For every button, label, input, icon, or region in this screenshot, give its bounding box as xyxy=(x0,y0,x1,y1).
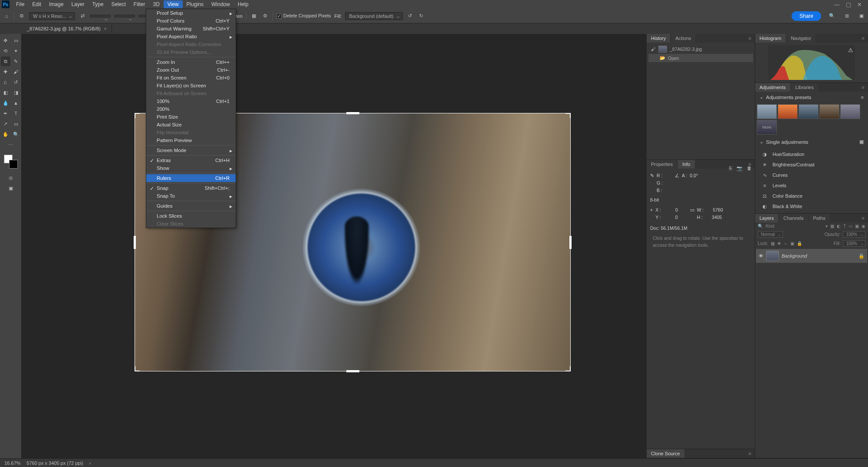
layer-thumb[interactable] xyxy=(766,251,779,261)
menu-item-fit-on-screen[interactable]: Fit on ScreenCtrl+0 xyxy=(146,74,236,82)
tab-libraries[interactable]: Libraries xyxy=(791,83,818,92)
menu-image[interactable]: Image xyxy=(45,0,67,8)
history-step[interactable]: 📂 Open xyxy=(648,54,753,62)
share-button[interactable]: Share xyxy=(792,11,821,21)
panel-menu-icon[interactable]: ≡ xyxy=(745,449,755,458)
tab-adjustments[interactable]: Adjustments xyxy=(755,83,790,92)
list-icon[interactable]: ≡ xyxy=(861,95,864,100)
preset-more[interactable]: More xyxy=(757,120,777,135)
crop-handle-bottom[interactable] xyxy=(346,370,359,372)
panel-menu-icon[interactable]: ≡ xyxy=(858,214,868,222)
menu-item-200-[interactable]: 200% xyxy=(146,105,236,113)
filter-adjust-icon[interactable]: ◐ xyxy=(837,224,841,229)
menu-select[interactable]: Select xyxy=(107,0,129,8)
type-tool[interactable]: T xyxy=(11,109,21,118)
path-tool[interactable]: ↗ xyxy=(1,119,10,129)
menu-item-fit-layer-s-on-screen[interactable]: Fit Layer(s) on Screen xyxy=(146,82,236,89)
menu-item-pixel-aspect-ratio[interactable]: Pixel Aspect Ratio xyxy=(146,33,236,40)
lock-icon[interactable]: 🔒 xyxy=(858,253,865,259)
healing-tool[interactable]: ✚ xyxy=(1,67,10,76)
adjustment-levels[interactable]: ≡Levels xyxy=(755,180,868,191)
preset-thumb[interactable] xyxy=(819,104,839,119)
kind-icon[interactable]: 🔍 xyxy=(758,224,763,229)
delete-cropped-checkbox[interactable]: ✓Delete Cropped Pixels xyxy=(276,13,331,19)
lock-pixels-icon[interactable]: ▦ xyxy=(771,241,775,246)
panel-menu-icon[interactable]: ≡ xyxy=(745,34,755,43)
menu-item-rulers[interactable]: RulersCtrl+R xyxy=(146,174,236,182)
layer-name[interactable]: Background xyxy=(782,253,807,258)
tab-paths[interactable]: Paths xyxy=(809,214,830,222)
panel-menu-icon[interactable]: ≡ xyxy=(858,34,868,43)
status-popup-icon[interactable]: › xyxy=(89,460,91,466)
tab-navigator[interactable]: Navigator xyxy=(786,34,815,43)
workspace-icon[interactable]: ⊞ xyxy=(843,12,851,20)
crop-ratio-select[interactable]: W x H x Reso... xyxy=(29,12,75,20)
marquee-tool[interactable]: ▭ xyxy=(11,36,21,45)
menu-item-actual-size[interactable]: Actual Size xyxy=(146,121,236,129)
preset-thumb[interactable] xyxy=(778,104,798,119)
redo-icon[interactable]: ↻ xyxy=(418,12,425,20)
menu-type[interactable]: Type xyxy=(88,0,107,8)
brush-tool[interactable]: 🖌 xyxy=(11,67,21,76)
eraser-tool[interactable]: ◧ xyxy=(1,88,10,97)
tab-channels[interactable]: Channels xyxy=(779,214,808,222)
menu-item-100-[interactable]: 100%Ctrl+1 xyxy=(146,97,236,105)
crop-tool-icon[interactable]: ⧉ xyxy=(18,12,26,20)
menu-item-zoom-out[interactable]: Zoom OutCtrl+- xyxy=(146,66,236,74)
adjustments-presets-header[interactable]: ⌄ Adjustments presets ≡ xyxy=(755,92,868,103)
eyedropper-tool[interactable]: ✎ xyxy=(11,56,21,66)
menu-window[interactable]: Window xyxy=(207,0,234,8)
menu-item-zoom-in[interactable]: Zoom InCtrl++ xyxy=(146,58,236,66)
layer-row[interactable]: 👁 Background 🔒 xyxy=(756,249,867,263)
crop-handle-br[interactable] xyxy=(566,366,571,371)
crop-settings-icon[interactable]: ⚙ xyxy=(261,12,269,20)
crop-handle-bl[interactable] xyxy=(135,366,140,371)
hand-tool[interactable]: ✋ xyxy=(1,129,10,139)
home-icon[interactable]: ⌂ xyxy=(3,12,10,20)
warning-icon[interactable]: ⚠ xyxy=(848,47,853,53)
crop-width-input[interactable] xyxy=(90,15,111,17)
lock-position-icon[interactable]: ✚ xyxy=(777,241,781,246)
history-source[interactable]: 🖌 _87A6282-3.jpg xyxy=(648,44,753,54)
crop-height-input[interactable] xyxy=(114,15,135,17)
tab-history[interactable]: History xyxy=(647,34,670,43)
grid-icon[interactable]: ▦ xyxy=(859,139,864,145)
edit-toolbar[interactable]: ⋯ xyxy=(6,140,16,149)
window-close-icon[interactable]: ✕ xyxy=(857,1,862,8)
crop-handle-left[interactable] xyxy=(134,236,136,249)
dodge-tool[interactable]: ▲ xyxy=(11,98,21,108)
quick-select-tool[interactable]: ✦ xyxy=(11,46,21,56)
menu-help[interactable]: Help xyxy=(234,0,253,8)
menu-layer[interactable]: Layer xyxy=(67,0,88,8)
window-minimize-icon[interactable]: — xyxy=(834,1,840,8)
gradient-tool[interactable]: ◨ xyxy=(11,88,21,97)
shape-tool[interactable]: ▭ xyxy=(11,119,21,129)
arrange-icon[interactable]: ▣ xyxy=(858,12,865,20)
preset-thumb[interactable] xyxy=(757,104,777,119)
opacity-input[interactable]: 100% xyxy=(843,231,865,238)
menu-item-extras[interactable]: ExtrasCtrl+H xyxy=(146,156,236,164)
menu-item-gamut-warning[interactable]: Gamut WarningShift+Ctrl+Y xyxy=(146,25,236,33)
canvas-area[interactable] xyxy=(22,34,647,458)
window-maximize-icon[interactable]: ▢ xyxy=(846,1,851,8)
menu-plugins[interactable]: Plugins xyxy=(183,0,207,8)
visibility-icon[interactable]: 👁 xyxy=(759,253,763,258)
move-tool[interactable]: ✥ xyxy=(1,36,10,45)
menu-item-pattern-preview[interactable]: Pattern Preview xyxy=(146,136,236,144)
preset-thumb[interactable] xyxy=(799,104,819,119)
crop-handle-top[interactable] xyxy=(346,112,359,114)
menu-item-snap[interactable]: SnapShift+Ctrl+; xyxy=(146,184,236,192)
crop-handle-tr[interactable] xyxy=(566,113,571,118)
filter-pixel-icon[interactable]: ▦ xyxy=(830,224,834,229)
zoom-tool[interactable]: 🔍 xyxy=(11,129,21,139)
filter-smart-icon[interactable]: ▣ xyxy=(855,224,859,229)
close-tab-icon[interactable]: × xyxy=(104,26,107,31)
pen-tool[interactable]: ✒ xyxy=(1,109,10,118)
adjustment-black-white[interactable]: ◐Black & White xyxy=(755,201,868,212)
tab-actions[interactable]: Actions xyxy=(671,34,695,43)
snapshot-icon[interactable]: 📷 xyxy=(736,166,743,171)
history-brush-tool[interactable]: ↺ xyxy=(11,77,21,87)
filter-type-icon[interactable]: T xyxy=(843,224,846,229)
single-adjustments-header[interactable]: ⌄ Single adjustments ▦ xyxy=(755,136,868,147)
delete-icon[interactable]: 🗑 xyxy=(747,166,752,171)
